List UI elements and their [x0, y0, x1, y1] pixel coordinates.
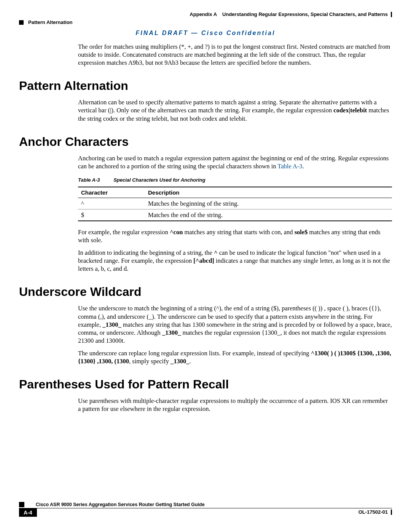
- table-caption-label: Table A-3: [78, 177, 100, 183]
- text-segment: matches any string that starts with con,…: [183, 228, 294, 236]
- code-expression: sole$: [295, 228, 308, 236]
- table-header-row: Character Description: [78, 187, 392, 198]
- code-expression: ^: [214, 249, 218, 256]
- heading-pattern-alternation: Pattern Alternation: [19, 79, 392, 93]
- text-segment: Alternation can be used to specify alter…: [78, 99, 377, 114]
- heading-underscore-wildcard: Underscore Wildcard: [19, 285, 392, 299]
- header-appendix: Appendix A Understanding Regular Express…: [19, 11, 392, 17]
- table-header-character: Character: [78, 187, 145, 198]
- text-segment: The underscore can replace long regular …: [78, 350, 311, 357]
- table-cell-character: $: [78, 209, 145, 221]
- intro-paragraph: The order for matches using multipliers …: [78, 43, 392, 67]
- code-expression: _1300_: [162, 329, 181, 336]
- table-caption-title: Special Characters Used for Anchoring: [113, 177, 206, 183]
- text-segment: In addition to indicating the beginning …: [78, 249, 214, 256]
- appendix-label: Appendix A: [190, 11, 217, 17]
- appendix-title: Understanding Regular Expressions, Speci…: [222, 11, 388, 17]
- code-expression: ^con: [170, 228, 183, 236]
- page-number: A-4: [19, 508, 37, 517]
- parentheses-paragraph: Use parentheses with multiple-character …: [78, 397, 392, 413]
- text-segment: , simply specify: [129, 358, 170, 365]
- footer-doc-id: OL-17502-01: [358, 509, 388, 515]
- footer-divider: [391, 510, 392, 515]
- text-segment: For example, the regular expression: [78, 228, 170, 236]
- header-divider: [391, 12, 392, 17]
- draft-watermark: FINAL DRAFT — Cisco Confidential: [19, 30, 392, 37]
- code-expression: [^abcd]: [193, 257, 214, 264]
- code-expression: codex|telebit: [333, 107, 367, 114]
- text-segment: .: [190, 358, 191, 365]
- underscore-paragraph-2: The underscore can replace long regular …: [78, 349, 392, 365]
- anchor-paragraph-1: Anchoring can be used to match a regular…: [78, 154, 392, 170]
- footer-doc-title: Cisco ASR 9000 Series Aggregation Servic…: [36, 502, 205, 507]
- page-footer: Cisco ASR 9000 Series Aggregation Servic…: [19, 502, 392, 517]
- underscore-paragraph-1: Use the underscore to match the beginnin…: [78, 304, 392, 345]
- table-cell-character: ^: [78, 198, 145, 209]
- alternation-paragraph: Alternation can be used to specify alter…: [78, 98, 392, 122]
- table-cell-description: Matches the end of the string.: [145, 209, 392, 221]
- anchor-paragraph-2: For example, the regular expression ^con…: [78, 228, 392, 244]
- table-cell-description: Matches the beginning of the string.: [145, 198, 392, 209]
- code-expression: _1300_: [170, 358, 190, 365]
- anchor-paragraph-3: In addition to indicating the beginning …: [78, 249, 392, 273]
- heading-parentheses-recall: Parentheses Used for Pattern Recall: [19, 377, 392, 391]
- table-row: $ Matches the end of the string.: [78, 209, 392, 221]
- table-row: ^ Matches the beginning of the string.: [78, 198, 392, 209]
- text-segment: .: [303, 163, 304, 170]
- header-section: Pattern Alternation: [19, 19, 392, 25]
- header-square-icon: [19, 20, 24, 25]
- anchor-characters-table: Character Description ^ Matches the begi…: [78, 187, 392, 221]
- text-segment: Anchoring can be used to match a regular…: [78, 155, 389, 170]
- table-header-description: Description: [145, 187, 392, 198]
- section-label: Pattern Alternation: [28, 19, 73, 25]
- footer-square-icon: [19, 502, 24, 507]
- code-expression: _1300_: [102, 321, 121, 328]
- table-reference-link[interactable]: Table A-3: [277, 163, 302, 170]
- table-caption: Table A-3 Special Characters Used for An…: [78, 177, 392, 184]
- heading-anchor-characters: Anchor Characters: [19, 135, 392, 149]
